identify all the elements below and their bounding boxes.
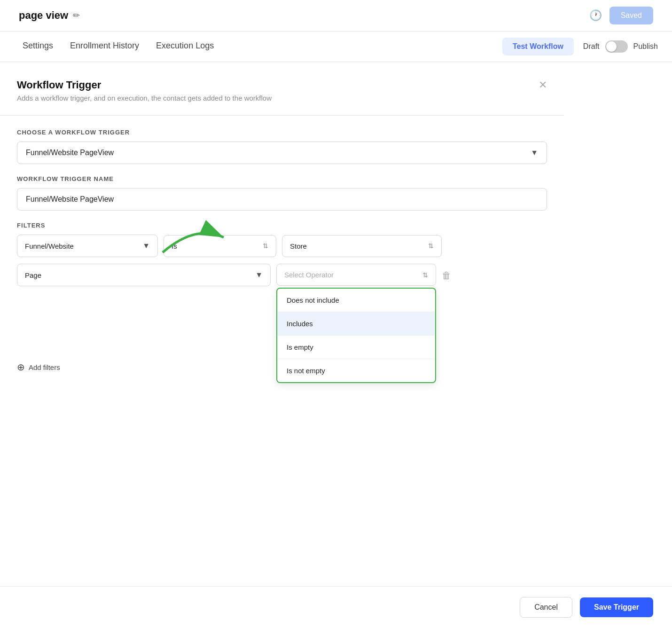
add-filters-label: Add filters: [29, 363, 60, 371]
plus-circle-icon: ⊕: [17, 361, 25, 373]
close-icon[interactable]: ✕: [539, 79, 547, 91]
choose-trigger-label: CHOOSE A WORKFLOW TRIGGER: [17, 129, 547, 136]
green-arrow-svg: [158, 220, 228, 257]
trigger-type-dropdown[interactable]: Funnel/Website PageView ▼: [17, 141, 547, 164]
filter-val-1-dropdown[interactable]: Store ⇅: [282, 235, 442, 257]
draft-publish-control: Draft Publish: [583, 40, 658, 53]
publish-label: Publish: [633, 42, 658, 51]
trigger-name-label: WORKFLOW TRIGGER NAME: [17, 175, 547, 182]
filter-val-1-value: Store: [290, 242, 307, 250]
toggle-knob: [606, 41, 617, 52]
filter-field-2-arrow: ▼: [255, 271, 263, 279]
cancel-button[interactable]: Cancel: [520, 597, 572, 618]
top-bar-left: page view ✏: [19, 9, 80, 22]
operator-is-empty[interactable]: Is empty: [277, 336, 435, 359]
operator-includes[interactable]: Includes: [277, 312, 435, 336]
filter-op-1-arrows: ⇅: [263, 242, 268, 250]
test-workflow-button[interactable]: Test Workflow: [502, 38, 574, 55]
edit-icon[interactable]: ✏: [73, 10, 80, 21]
operator-does-not-include[interactable]: Does not include: [277, 289, 435, 312]
page-title: page view: [19, 9, 68, 22]
main-content: Workflow Trigger Adds a workflow trigger…: [0, 62, 564, 392]
nav-tabs: Settings Enrollment History Execution Lo…: [0, 31, 672, 62]
top-bar-right: 🕐 Saved: [589, 7, 653, 24]
operator-arrows: ⇅: [422, 271, 428, 279]
operator-is-not-empty[interactable]: Is not empty: [277, 359, 435, 382]
operator-container: Select Operator ⇅ Does not include Inclu…: [276, 264, 436, 286]
draft-publish-toggle[interactable]: [605, 40, 628, 53]
tab-execution-logs[interactable]: Execution Logs: [148, 31, 222, 62]
save-trigger-button[interactable]: Save Trigger: [580, 597, 653, 617]
filter-field-2-dropdown[interactable]: Page ▼: [17, 264, 271, 286]
filter-field-2-value: Page: [25, 271, 41, 279]
select-operator-dropdown[interactable]: Select Operator ⇅: [276, 264, 436, 286]
panel-header: Workflow Trigger Adds a workflow trigger…: [17, 79, 547, 102]
saved-button[interactable]: Saved: [609, 7, 653, 24]
filter-field-1-arrow: ▼: [142, 242, 150, 250]
top-bar: page view ✏ 🕐 Saved: [0, 0, 672, 31]
trigger-dropdown-arrow: ▼: [531, 149, 538, 157]
filter-field-1-value: Funnel/Website: [25, 242, 74, 250]
footer: Cancel Save Trigger: [0, 586, 672, 628]
panel-title: Workflow Trigger: [17, 79, 272, 91]
operator-dropdown-menu: Does not include Includes Is empty Is no…: [276, 288, 436, 383]
panel-subtitle: Adds a workflow trigger, and on executio…: [17, 94, 272, 102]
clock-icon[interactable]: 🕐: [589, 9, 602, 22]
select-operator-placeholder: Select Operator: [284, 271, 334, 279]
filter-row-2: Page ▼ Select Operator ⇅ Does not includ…: [17, 264, 547, 286]
filters-label: FILTERS: [17, 222, 547, 229]
panel-divider: [0, 115, 564, 116]
delete-filter-icon[interactable]: 🗑: [442, 270, 451, 281]
trigger-name-input[interactable]: [17, 188, 547, 211]
nav-tabs-right: Test Workflow Draft Publish: [502, 38, 658, 55]
tab-enrollment-history[interactable]: Enrollment History: [62, 31, 148, 62]
filter-field-1-dropdown[interactable]: Funnel/Website ▼: [17, 235, 158, 257]
filter-row-1: Funnel/Website ▼ Is ⇅ Store ⇅: [17, 235, 547, 257]
panel-header-text: Workflow Trigger Adds a workflow trigger…: [17, 79, 272, 102]
filter-val-1-arrows: ⇅: [428, 242, 434, 250]
trigger-type-value: Funnel/Website PageView: [26, 149, 114, 157]
tab-settings[interactable]: Settings: [14, 31, 62, 62]
draft-label: Draft: [583, 42, 600, 51]
